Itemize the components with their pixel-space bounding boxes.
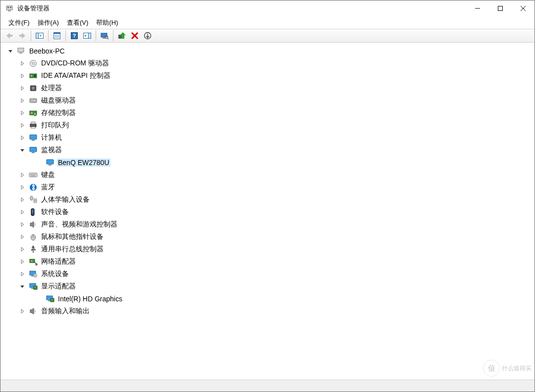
svg-rect-59 bbox=[33, 174, 34, 175]
uninstall-device-button[interactable] bbox=[129, 30, 141, 42]
maximize-button[interactable] bbox=[489, 0, 512, 16]
tree-node-sound[interactable]: 声音、视频和游戏控制器 bbox=[4, 218, 535, 230]
menu-file[interactable]: 文件(F) bbox=[4, 17, 34, 28]
tree-node-dvd[interactable]: DVD/CD-ROM 驱动器 bbox=[4, 57, 535, 69]
svg-rect-49 bbox=[31, 127, 35, 128]
tree-node-ide[interactable]: IDE ATA/ATAPI 控制器 bbox=[4, 69, 535, 82]
menu-help[interactable]: 帮助(H) bbox=[92, 17, 122, 28]
svg-rect-68 bbox=[32, 209, 34, 213]
expand-icon[interactable] bbox=[18, 183, 26, 191]
expand-icon[interactable] bbox=[18, 84, 26, 92]
tree-node-audio[interactable]: 音频输入和输出 bbox=[4, 305, 535, 317]
disable-device-button[interactable] bbox=[142, 30, 154, 42]
tree-node-root[interactable]: Beebox-PC bbox=[4, 45, 535, 57]
expand-icon[interactable] bbox=[18, 59, 26, 67]
collapse-icon[interactable] bbox=[6, 47, 14, 55]
help-icon: ? bbox=[70, 32, 79, 40]
expand-icon[interactable] bbox=[18, 208, 26, 216]
computer-icon bbox=[16, 46, 26, 56]
tree-node-print[interactable]: 打印队列 bbox=[4, 119, 535, 131]
svg-rect-13 bbox=[54, 33, 60, 34]
minimize-button[interactable] bbox=[466, 0, 489, 16]
svg-rect-9 bbox=[19, 35, 22, 37]
hid-icon bbox=[28, 195, 38, 205]
expand-icon[interactable] bbox=[18, 109, 26, 117]
svg-rect-20 bbox=[101, 33, 107, 37]
menu-action[interactable]: 操作(A) bbox=[34, 17, 63, 28]
expand-icon[interactable] bbox=[18, 97, 26, 105]
tree-node-intelhd[interactable]: Intel(R) HD Graphics bbox=[4, 292, 535, 305]
tree-node-benq[interactable]: BenQ EW2780U bbox=[4, 156, 535, 168]
keyboard-icon bbox=[28, 170, 38, 180]
expand-icon[interactable] bbox=[18, 245, 26, 253]
svg-rect-2 bbox=[7, 7, 9, 8]
tree-node-label: 系统设备 bbox=[40, 270, 70, 279]
tree-node-system[interactable]: 系统设备 bbox=[4, 268, 535, 280]
update-driver-icon bbox=[117, 32, 126, 40]
software-icon bbox=[28, 207, 38, 217]
tree-node-label: 软件设备 bbox=[40, 208, 70, 217]
tree-node-keyboard[interactable]: 键盘 bbox=[4, 168, 535, 181]
tree-node-display[interactable]: 显示适配器 bbox=[4, 280, 535, 292]
arrow-left-icon bbox=[5, 32, 14, 40]
help-button[interactable]: ? bbox=[68, 30, 80, 42]
svg-rect-8 bbox=[9, 35, 12, 37]
display-icon bbox=[45, 294, 55, 304]
mouse-icon bbox=[28, 232, 38, 242]
cpu-icon bbox=[28, 83, 38, 93]
expand-icon[interactable] bbox=[18, 171, 26, 179]
menu-view[interactable]: 查看(V) bbox=[63, 17, 92, 28]
collapse-icon[interactable] bbox=[18, 282, 26, 290]
collapse-icon[interactable] bbox=[18, 146, 26, 154]
tree-node-cpu[interactable]: 处理器 bbox=[4, 82, 535, 94]
tree-node-label: 处理器 bbox=[40, 84, 63, 93]
show-hide-tree-button[interactable] bbox=[34, 30, 46, 42]
expand-icon[interactable] bbox=[18, 134, 26, 142]
expand-icon[interactable] bbox=[18, 270, 26, 278]
expand-icon[interactable] bbox=[18, 121, 26, 129]
tree-node-bluetooth[interactable]: 蓝牙 bbox=[4, 181, 535, 193]
tree-node-disk[interactable]: 磁盘驱动器 bbox=[4, 94, 535, 107]
toolbar-separator bbox=[113, 30, 113, 41]
tree-node-label: 人体学输入设备 bbox=[40, 195, 91, 204]
tree-node-computer[interactable]: 计算机 bbox=[4, 131, 535, 144]
svg-rect-50 bbox=[30, 135, 37, 139]
tree-view[interactable]: Beebox-PCDVD/CD-ROM 驱动器IDE ATA/ATAPI 控制器… bbox=[0, 43, 535, 380]
speaker-icon bbox=[28, 306, 38, 316]
svg-point-43 bbox=[31, 100, 32, 101]
svg-rect-34 bbox=[32, 87, 35, 90]
tree-node-storage[interactable]: 存储控制器 bbox=[4, 107, 535, 119]
menubar: 文件(F) 操作(A) 查看(V) 帮助(H) bbox=[0, 16, 535, 29]
svg-rect-91 bbox=[52, 299, 53, 300]
tree-node-mouse[interactable]: 鼠标和其他指针设备 bbox=[4, 230, 535, 243]
update-driver-button[interactable] bbox=[116, 30, 128, 42]
tree-node-label: 显示适配器 bbox=[40, 282, 77, 291]
toolbar-separator bbox=[65, 30, 66, 41]
toolbar-separator bbox=[48, 30, 49, 41]
close-button[interactable] bbox=[512, 0, 535, 16]
tree-node-usb[interactable]: 通用串行总线控制器 bbox=[4, 243, 535, 255]
nav-forward-button[interactable] bbox=[16, 30, 28, 42]
scan-hardware-button[interactable] bbox=[99, 30, 110, 42]
tree-node-software[interactable]: 软件设备 bbox=[4, 206, 535, 218]
nav-back-button[interactable] bbox=[3, 30, 15, 42]
tree-node-netadapter[interactable]: 网络适配器 bbox=[4, 255, 535, 268]
tree-node-label: 蓝牙 bbox=[40, 183, 56, 192]
svg-rect-11 bbox=[36, 33, 39, 39]
tree-node-monitor[interactable]: 监视器 bbox=[4, 144, 535, 156]
svg-rect-51 bbox=[32, 140, 35, 141]
action-pane-button[interactable] bbox=[81, 30, 93, 42]
expand-icon[interactable] bbox=[18, 72, 26, 80]
bt-icon bbox=[28, 182, 38, 192]
tree-node-hid[interactable]: 人体学输入设备 bbox=[4, 193, 535, 206]
properties-button[interactable] bbox=[51, 30, 63, 42]
uninstall-icon bbox=[131, 32, 139, 40]
expand-icon[interactable] bbox=[18, 221, 26, 228]
speaker-icon bbox=[28, 220, 38, 229]
tree-pane-icon bbox=[35, 32, 44, 40]
expand-icon[interactable] bbox=[18, 258, 26, 266]
expand-icon[interactable] bbox=[18, 307, 26, 315]
system-icon bbox=[28, 269, 38, 279]
expand-icon[interactable] bbox=[18, 233, 26, 241]
expand-icon[interactable] bbox=[18, 196, 26, 204]
